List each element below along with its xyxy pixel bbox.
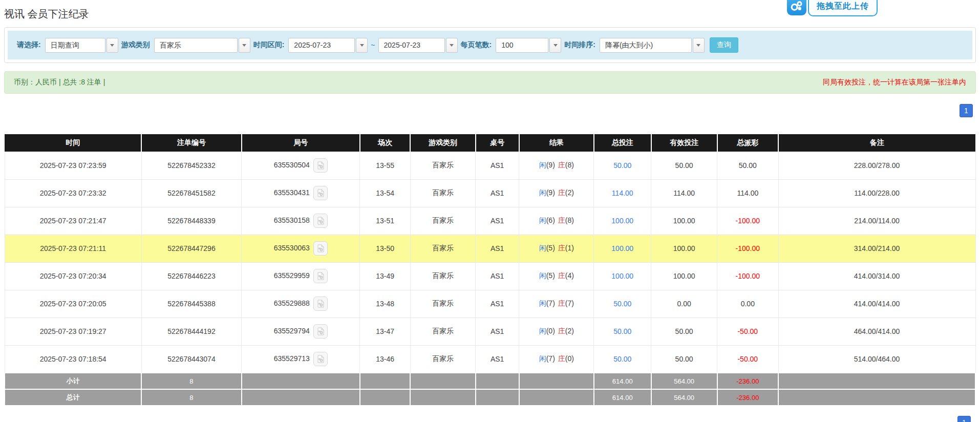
filter-bar: 请选择: 日期查询 游戏类别 百家乐 时间区间: 2025-07-23 ~ 20…: [8, 31, 972, 59]
player-result: 闲: [539, 299, 546, 307]
total-bet-link[interactable]: 100.00: [611, 244, 633, 252]
video-file-icon[interactable]: [313, 352, 328, 366]
total-bet-link[interactable]: 100.00: [611, 272, 633, 280]
cell-bet-id: 522678444192: [141, 318, 241, 345]
chevron-down-icon[interactable]: [356, 38, 368, 53]
video-file-icon[interactable]: [313, 297, 328, 311]
video-file-icon[interactable]: [313, 241, 328, 256]
cell-time: 2025-07-23 07:21:11: [5, 235, 141, 262]
search-button[interactable]: 查询: [710, 37, 738, 53]
upload-label: 拖拽至此上传: [817, 1, 869, 12]
total-bet-link[interactable]: 50.00: [613, 161, 631, 170]
cell-total-bet: 100.00: [594, 235, 651, 262]
filter-panel: 请选择: 日期查询 游戏类别 百家乐 时间区间: 2025-07-23 ~ 20…: [4, 27, 976, 63]
total-total-bet: 614.00: [594, 389, 651, 406]
cell-total-bet: 50.00: [594, 318, 651, 345]
banker-result: 庄: [558, 188, 565, 197]
subtotal-valid-bet: 564.00: [651, 373, 717, 389]
game-type-value[interactable]: 百家乐: [154, 38, 238, 53]
cell-session: 13-50: [360, 235, 411, 262]
banker-result: 庄: [558, 354, 565, 363]
date-to-select[interactable]: 2025-07-23: [378, 38, 458, 53]
cell-game-type: 百家乐: [410, 207, 475, 235]
header-result: 结果: [519, 134, 594, 152]
chevron-down-icon[interactable]: [446, 38, 458, 53]
video-file-icon[interactable]: [313, 269, 328, 283]
upload-dropzone[interactable]: 拖拽至此上传: [787, 0, 878, 16]
table-row: 2025-07-23 07:21:11 522678447296 6355300…: [5, 235, 975, 262]
cell-session: 13-49: [360, 262, 411, 290]
table-row: 2025-07-23 07:20:05 522678445388 6355298…: [5, 290, 975, 318]
date-from-value[interactable]: 2025-07-23: [288, 38, 355, 53]
cell-table-no: AS1: [476, 262, 519, 290]
chevron-down-icon[interactable]: [106, 38, 118, 53]
time-sort-select[interactable]: 降幂(由大到小): [600, 38, 705, 53]
total-bet-link[interactable]: 100.00: [611, 217, 633, 225]
round-number: 635529888: [274, 299, 310, 307]
subtotal-label: 小计: [5, 373, 141, 389]
round-number: 635530431: [274, 188, 310, 197]
bet-records-table: 时间 注单编号 局号 场次 游戏类别 桌号 结果 总投注 有效投注 总派彩 备注…: [4, 134, 976, 406]
cell-payout: 0.00: [717, 290, 778, 318]
total-bet-link[interactable]: 114.00: [612, 189, 633, 197]
upload-label-pill[interactable]: 拖拽至此上传: [808, 0, 878, 16]
video-file-icon[interactable]: [313, 158, 328, 173]
cell-round: 635530063: [242, 235, 360, 262]
summary-bar: 币别：人民币 | 总共 :8 注单 | 同局有效投注，统一计算在该局第一张注单内: [4, 71, 976, 94]
player-result: 闲: [539, 216, 546, 224]
date-to-value[interactable]: 2025-07-23: [378, 38, 445, 53]
cell-session: 13-48: [360, 290, 411, 318]
chevron-down-icon[interactable]: [693, 38, 705, 53]
cell-result: 闲(7)庄(7): [519, 290, 594, 318]
cell-remark: 514.00/464.00: [778, 345, 975, 373]
total-bet-link[interactable]: 50.00: [613, 355, 631, 363]
cell-time: 2025-07-23 07:18:54: [5, 345, 141, 373]
currency-total-text: 币别：人民币 | 总共 :8 注单 |: [14, 78, 105, 87]
page-size-value[interactable]: 100: [496, 38, 548, 53]
header-bet-id: 注单编号: [141, 134, 241, 152]
subtotal-row: 小计 8 614.00 564.00 -236.00: [5, 373, 975, 389]
cell-total-bet: 50.00: [594, 152, 651, 179]
chevron-down-icon[interactable]: [549, 38, 561, 53]
cell-valid-bet: 100.00: [651, 262, 717, 290]
cell-session: 13-55: [360, 152, 411, 179]
cell-table-no: AS1: [476, 290, 519, 318]
cell-round: 635530158: [242, 207, 360, 235]
cell-result: 闲(9)庄(2): [519, 179, 594, 207]
query-type-select[interactable]: 日期查询: [45, 38, 118, 53]
time-sort-value[interactable]: 降幂(由大到小): [600, 38, 692, 53]
page-1-button[interactable]: 1: [960, 104, 973, 117]
cell-remark: 464.00/414.00: [778, 318, 975, 345]
cell-remark: 228.00/278.00: [778, 152, 975, 179]
header-session: 场次: [360, 134, 411, 152]
cell-game-type: 百家乐: [410, 152, 475, 179]
video-file-icon[interactable]: [313, 186, 328, 200]
cell-table-no: AS1: [476, 207, 519, 235]
cell-total-bet: 50.00: [594, 345, 651, 373]
video-file-icon[interactable]: [313, 324, 328, 339]
header-game-type: 游戏类别: [410, 134, 475, 152]
banker-result: 庄: [558, 244, 565, 252]
page-size-select[interactable]: 100: [496, 38, 561, 53]
banker-result: 庄: [558, 161, 565, 169]
table-row: 2025-07-23 07:19:27 522678444192 6355297…: [5, 318, 975, 345]
page-1-button-bottom[interactable]: 1: [957, 416, 971, 422]
game-type-select[interactable]: 百家乐: [154, 38, 250, 53]
cell-valid-bet: 0.00: [651, 290, 717, 318]
total-bet-link[interactable]: 50.00: [613, 300, 631, 308]
cell-remark: 414.00/414.00: [778, 290, 975, 318]
header-remark: 备注: [778, 134, 975, 152]
cell-round: 635530431: [242, 179, 360, 207]
cell-total-bet: 114.00: [594, 179, 651, 207]
header-round: 局号: [242, 134, 360, 152]
query-type-value[interactable]: 日期查询: [45, 38, 105, 53]
date-from-select[interactable]: 2025-07-23: [288, 38, 368, 53]
cell-total-bet: 50.00: [594, 290, 651, 318]
cell-game-type: 百家乐: [410, 345, 475, 373]
chevron-down-icon[interactable]: [239, 38, 250, 53]
total-bet-link[interactable]: 50.00: [613, 327, 631, 335]
cell-game-type: 百家乐: [410, 235, 475, 262]
video-file-icon[interactable]: [313, 214, 328, 228]
cell-remark: 114.00/228.00: [778, 179, 975, 207]
cell-game-type: 百家乐: [410, 290, 475, 318]
